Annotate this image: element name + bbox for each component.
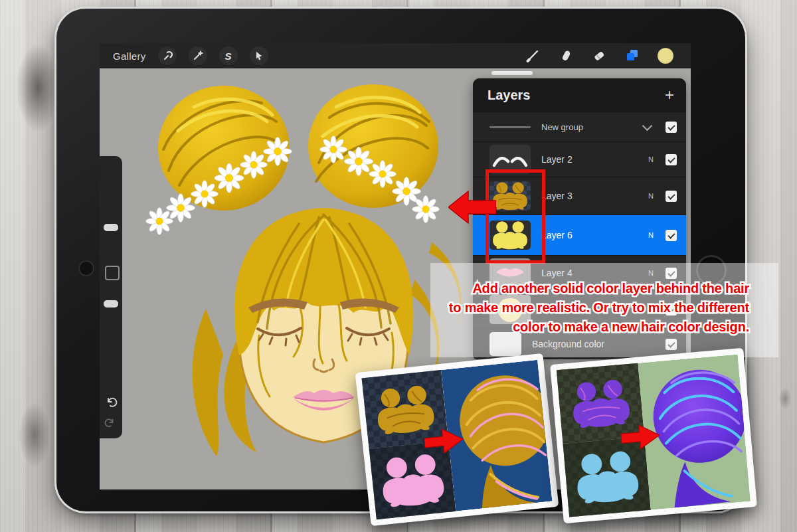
blend-mode-badge[interactable]: N <box>642 192 660 200</box>
eraser-icon[interactable] <box>591 48 607 64</box>
screenshot-root: Gallery S <box>0 0 797 532</box>
blend-mode-badge[interactable]: N <box>642 155 660 163</box>
visibility-checkbox[interactable] <box>665 154 677 165</box>
smudge-icon[interactable] <box>558 48 574 64</box>
layer-name: Layer 6 <box>541 230 642 240</box>
annotation-text: Add another solid color layer behind the… <box>424 274 757 337</box>
layer-name: Layer 3 <box>541 191 642 201</box>
group-thumbnail <box>489 126 531 128</box>
brush-opacity-slider[interactable] <box>104 300 118 308</box>
selection-glyph: S <box>225 50 232 62</box>
group-visibility-checkbox[interactable] <box>665 122 677 133</box>
layers-panel-header: Layers + <box>473 78 686 112</box>
layers-title: Layers <box>487 88 531 103</box>
front-camera <box>78 260 94 276</box>
toolbar-right-group <box>525 48 691 64</box>
redo-icon[interactable] <box>104 416 116 428</box>
undo-icon[interactable] <box>104 395 118 408</box>
modify-button[interactable] <box>105 266 120 280</box>
layer-group-row[interactable]: New group <box>473 112 686 141</box>
red-arrow-right <box>620 422 660 452</box>
inset-pink-variant <box>355 353 559 526</box>
brush-size-slider[interactable] <box>104 224 118 231</box>
visibility-checkbox[interactable] <box>665 230 677 241</box>
inset-blue-grid <box>557 354 751 517</box>
chevron-down-icon[interactable] <box>642 120 653 131</box>
brush-icon[interactable] <box>525 48 541 64</box>
layer-name: Layer 2 <box>541 154 642 165</box>
brush-sidebar <box>100 156 122 438</box>
toolbar-left-group: Gallery S <box>100 46 268 65</box>
annotation-line-3: color to make a new hair color design. <box>513 319 749 334</box>
add-layer-button[interactable]: + <box>665 87 674 103</box>
group-name: New group <box>541 122 644 132</box>
actions-wrench-icon[interactable] <box>158 46 177 65</box>
gallery-button[interactable]: Gallery <box>113 50 146 62</box>
inset-pink-grid <box>362 360 553 520</box>
color-swatch[interactable] <box>658 48 673 64</box>
annotation-line-1: Add another solid color layer behind the… <box>472 281 749 296</box>
visibility-checkbox[interactable] <box>665 191 677 202</box>
selection-s-icon[interactable]: S <box>219 46 238 65</box>
top-toolbar: Gallery S <box>100 43 691 68</box>
layers-icon[interactable] <box>624 48 640 64</box>
blend-mode-badge[interactable]: N <box>642 231 660 239</box>
red-arrow-left <box>448 190 496 224</box>
transform-arrow-icon[interactable] <box>250 46 268 65</box>
inset-blue-variant <box>550 348 757 524</box>
adjustments-wand-icon[interactable] <box>189 46 207 65</box>
progress-indicator <box>491 71 533 75</box>
annotation-line-2: to make more realistic. Or try to mix th… <box>449 300 750 315</box>
red-arrow-right <box>423 426 464 456</box>
